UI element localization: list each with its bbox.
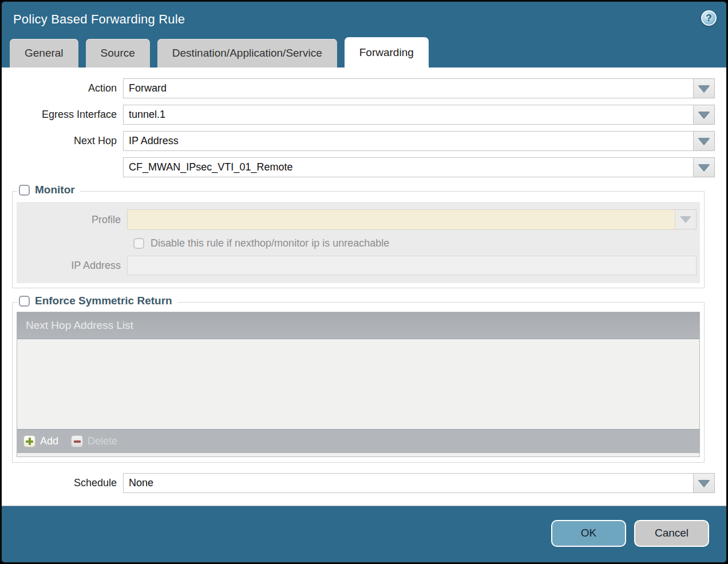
chevron-down-icon <box>698 112 710 118</box>
add-icon <box>23 435 35 447</box>
monitor-ip-address-row: IP Address <box>17 256 700 275</box>
delete-button: Delete <box>71 435 117 447</box>
monitor-fieldset: Monitor Profile Disable this rule if nex… <box>12 191 705 288</box>
disable-rule-checkbox <box>133 238 144 249</box>
action-label: Action <box>2 82 123 94</box>
monitor-ip-address-label: IP Address <box>17 260 127 272</box>
next-hop-label: Next Hop <box>2 135 123 147</box>
schedule-input[interactable] <box>123 473 694 493</box>
table-bottom-strip <box>17 453 699 456</box>
disable-rule-label: Disable this rule if nexthop/monitor ip … <box>151 237 389 249</box>
ok-button[interactable]: OK <box>551 520 626 547</box>
delete-icon <box>71 435 83 447</box>
monitor-panel: Profile Disable this rule if nexthop/mon… <box>17 202 700 283</box>
dialog-titlebar: Policy Based Forwarding Rule ? <box>2 2 726 37</box>
tab-bar: General Source Destination/Application/S… <box>2 37 726 67</box>
enforce-symmetric-return-fieldset: Enforce Symmetric Return Next Hop Addres… <box>12 302 705 463</box>
next-hop-address-input[interactable] <box>123 157 694 177</box>
next-hop-address-list-table: Next Hop Address List Add Delete <box>17 312 700 457</box>
policy-based-forwarding-dialog: Policy Based Forwarding Rule ? General S… <box>0 0 728 564</box>
next-hop-type-input[interactable] <box>123 131 694 151</box>
tab-destination-application-service[interactable]: Destination/Application/Service <box>157 39 337 67</box>
add-button-label: Add <box>40 435 58 447</box>
next-hop-type-dropdown-button[interactable] <box>694 131 715 151</box>
monitor-checkbox[interactable] <box>19 185 30 196</box>
action-input[interactable] <box>123 78 694 98</box>
egress-interface-input[interactable] <box>123 105 694 125</box>
forwarding-tab-panel: Action Egress Interface Next Hop <box>2 67 726 506</box>
disable-rule-row: Disable this rule if nexthop/monitor ip … <box>17 237 700 249</box>
help-icon[interactable]: ? <box>701 10 717 26</box>
egress-interface-row: Egress Interface <box>2 105 715 125</box>
dialog-footer: OK Cancel <box>2 506 726 562</box>
schedule-label: Schedule <box>2 477 123 489</box>
next-hop-row: Next Hop <box>2 131 715 151</box>
next-hop-address-row <box>2 157 715 177</box>
enforce-symmetric-return-legend: Enforce Symmetric Return <box>18 295 177 307</box>
next-hop-address-list-body[interactable] <box>17 339 699 429</box>
tab-forwarding[interactable]: Forwarding <box>345 37 429 67</box>
egress-interface-label: Egress Interface <box>2 109 123 121</box>
chevron-down-icon <box>698 480 710 487</box>
next-hop-address-list-header: Next Hop Address List <box>17 312 699 339</box>
chevron-down-icon <box>680 216 691 223</box>
monitor-ip-address-input <box>127 256 697 275</box>
next-hop-address-list-toolbar: Add Delete <box>17 429 699 453</box>
schedule-row: Schedule <box>2 473 715 493</box>
profile-label: Profile <box>17 214 127 226</box>
profile-input <box>127 209 675 230</box>
dialog-title: Policy Based Forwarding Rule <box>13 12 185 27</box>
monitor-legend: Monitor <box>18 184 80 196</box>
profile-dropdown-button <box>675 209 697 229</box>
profile-row: Profile <box>17 209 700 230</box>
delete-button-label: Delete <box>88 435 117 447</box>
chevron-down-icon <box>698 164 710 171</box>
tab-source[interactable]: Source <box>86 39 150 67</box>
add-button[interactable]: Add <box>23 435 58 447</box>
action-row: Action <box>2 78 715 98</box>
monitor-legend-label: Monitor <box>35 184 75 196</box>
egress-interface-dropdown-button[interactable] <box>694 105 715 125</box>
schedule-dropdown-button[interactable] <box>694 473 715 493</box>
action-dropdown-button[interactable] <box>694 78 715 98</box>
enforce-symmetric-return-checkbox[interactable] <box>19 296 30 307</box>
cancel-button[interactable]: Cancel <box>634 520 709 547</box>
chevron-down-icon <box>698 85 710 92</box>
chevron-down-icon <box>698 138 710 145</box>
next-hop-address-dropdown-button[interactable] <box>694 157 715 177</box>
tab-general[interactable]: General <box>10 39 78 67</box>
enforce-symmetric-return-legend-label: Enforce Symmetric Return <box>35 295 172 307</box>
